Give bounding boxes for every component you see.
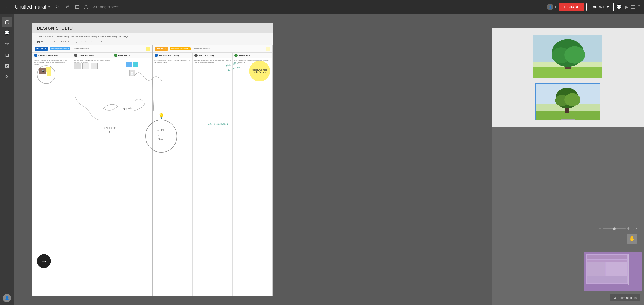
user-icon: 👤 — [547, 4, 554, 10]
topbar-icon-group: 💬 ▶ ☰ ? — [616, 4, 640, 10]
col-brainstorm-1-title: BRAINSTORM (2 mins) — [38, 54, 58, 56]
sketch-thumb-2 — [82, 63, 90, 69]
zoom-settings-button[interactable]: ⚙ Zoom settings — [610, 294, 640, 301]
sticky-note-icon: ▢ — [5, 19, 9, 24]
round-2-label: ROUND 2 — [155, 47, 168, 50]
back-button[interactable]: ← — [4, 3, 12, 11]
zoom-controls: − + 10% — [599, 226, 640, 231]
canvas-area[interactable]: DESIGN STUDIO Use this space: you've bee… — [14, 14, 644, 305]
mural-title: Untitled mural — [15, 4, 46, 10]
svg-rect-30 — [587, 262, 605, 276]
col-brainstorm-2: 1 BRAINSTORM (2 mins) In your claim belo… — [153, 53, 193, 296]
col-highlights-2-body: In the following lines summarize the ide… — [232, 58, 272, 296]
sidebar-item-images[interactable]: 🖼 — [2, 61, 12, 71]
col-highlights-1-title: HIGHLIGHTS — [118, 54, 130, 56]
avatar-image: 👤 — [4, 296, 10, 301]
zoom-plus-button[interactable]: + — [627, 226, 630, 231]
zoom-minus-button[interactable]: − — [599, 226, 602, 231]
sidebar-item-frameworks[interactable]: ⊞ — [2, 50, 12, 60]
arrow-right-icon: → — [41, 258, 47, 265]
gear-icon: ⚙ — [614, 296, 616, 300]
redo-button[interactable]: ↺ — [64, 3, 71, 10]
export-button[interactable]: EXPORT ▼ — [586, 3, 614, 11]
col-sketch-1-title: SKETCH (5 mins) — [78, 54, 94, 56]
photo-thumb-1: 📷 — [39, 68, 46, 74]
saved-status: All changes saved — [93, 5, 120, 9]
col-num-4: 1 — [154, 54, 158, 57]
col-sketch-2-header: 2 SKETCH (5 mins) — [193, 53, 232, 58]
round-1-sticky — [146, 47, 150, 51]
callout-bubble: Megan, we need tasks for this! — [249, 61, 270, 81]
frame-button[interactable] — [74, 4, 80, 10]
sketch-thumb-1 — [74, 63, 81, 69]
challenge-1-badge: challenge statement 1 — [50, 47, 70, 50]
timer-button[interactable]: ◯ — [82, 3, 90, 10]
zoom-slider-thumb[interactable] — [613, 228, 616, 230]
zoom-slider-track[interactable] — [603, 228, 626, 229]
design-studio-subtext: Use this space: you've been brought in a… — [32, 33, 272, 39]
svg-point-17 — [564, 46, 585, 64]
user-count-value: 1 — [554, 5, 556, 9]
title-dropdown-chevron[interactable]: ▼ — [48, 5, 51, 9]
col-brainstorm-2-title: BRAINSTORM (2 mins) — [159, 54, 179, 56]
round-1-header: ROUND 1 challenge statement 1 A note for… — [32, 45, 152, 52]
col-highlights-2: 3 HIGHLIGHTS In the following lines summ… — [232, 53, 272, 296]
sidebar-item-sticky[interactable]: ▢ — [2, 16, 12, 27]
tree-image-1 — [533, 35, 602, 78]
tree-image-2 — [536, 83, 600, 120]
mural-board: DESIGN STUDIO Use this space: you've bee… — [32, 23, 272, 296]
col-brainstorm-2-text: In your claim below, summarize the ideas… — [154, 60, 191, 63]
col-highlights-2-header: 3 HIGHLIGHTS — [232, 53, 272, 58]
round-1-section: ROUND 1 challenge statement 1 A note for… — [32, 45, 153, 296]
design-studio-header: DESIGN STUDIO — [32, 23, 272, 33]
left-sidebar: ▢ 💬 ☆ ⊞ 🖼 ✎ 👤 — [0, 14, 14, 305]
round-2-note: A note for the facilitator: — [192, 48, 264, 50]
col-brainstorm-2-body: In your claim below, summarize the ideas… — [153, 58, 192, 296]
highlight-sticky-1b — [132, 62, 138, 67]
rounds-container: ROUND 1 challenge statement 1 A note for… — [32, 45, 272, 296]
sticky-1b — [47, 72, 51, 76]
highlight-sticky-1a — [126, 62, 132, 67]
doc-icon-1: 📄 — [129, 70, 135, 76]
col-num-3: 3 — [114, 54, 117, 57]
share-button[interactable]: ⇧ SHARE — [558, 3, 584, 11]
mini-map-svg — [584, 252, 642, 291]
hand-tool-button[interactable]: ✋ — [627, 234, 637, 244]
star-icon: ☆ — [5, 41, 9, 47]
col-sketch-2-title: SKETCH (5 mins) — [199, 54, 214, 56]
sidebar-item-pen[interactable]: ✎ — [2, 72, 12, 82]
help-icon[interactable]: ? — [638, 4, 640, 10]
hand-icon: ✋ — [629, 236, 635, 242]
instruction-text: Have everyone take a role in the table a… — [41, 41, 102, 43]
svg-rect-32 — [587, 276, 627, 283]
arrow-next-button[interactable]: → — [37, 254, 51, 268]
round-2-section: ROUND 2 challenge statement 2 A note for… — [153, 45, 273, 296]
chat-icon[interactable]: 💬 — [616, 4, 622, 10]
presenter-icon[interactable]: ▶ — [624, 4, 628, 10]
svg-rect-28 — [587, 255, 627, 259]
col-sketch-2-text: Next take one idea they came up with and… — [194, 60, 231, 63]
col-sketch-1-header: 2 SKETCH (5 mins) — [72, 53, 112, 58]
col-brainstorm-1-text: Each participant silently takes themselv… — [34, 60, 71, 65]
col-num-5: 2 — [194, 54, 198, 57]
sketch-thumb-3 — [91, 63, 98, 69]
col-highlights-1-header: 3 HIGHLIGHTS — [112, 53, 152, 58]
col-num-6: 3 — [234, 54, 238, 57]
image-icon: 🖼 — [4, 63, 9, 69]
col-sketch-1: 2 SKETCH (5 mins) Next each participant … — [72, 53, 112, 296]
tree-svg-2 — [536, 83, 600, 120]
col-sketch-2-body: Next take one idea they came up with and… — [193, 58, 232, 296]
sidebar-item-favorite[interactable]: ☆ — [2, 39, 12, 49]
user-avatar[interactable]: 👤 — [3, 294, 11, 302]
sidebar-item-comment[interactable]: 💬 — [2, 28, 12, 38]
checklist-icon[interactable]: ☰ — [631, 4, 635, 10]
undo-button[interactable]: ↻ — [54, 3, 61, 10]
right-panel-bottom: − + 10% ✋ — [492, 127, 644, 305]
mini-map[interactable] — [584, 252, 642, 291]
svg-point-24 — [564, 93, 580, 106]
topbar-right: 👤 1 ⇧ SHARE EXPORT ▼ 💬 ▶ ☰ ? — [547, 3, 640, 11]
sticky-1a — [46, 67, 51, 72]
design-studio-instruction: 1 Have everyone take a role in the table… — [32, 39, 272, 45]
challenge-2-badge: challenge statement 2 — [170, 47, 190, 50]
round-2-header: ROUND 2 challenge statement 2 A note for… — [153, 45, 272, 52]
